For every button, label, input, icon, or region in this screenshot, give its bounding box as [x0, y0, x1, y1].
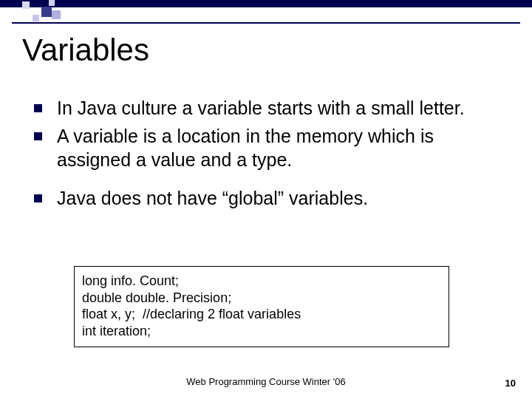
code-line: float x, y; //declaring 2 float variable… [82, 306, 441, 323]
square-bullet-icon [34, 132, 42, 140]
code-line: double double. Precision; [82, 290, 441, 307]
corner-decoration [12, 0, 86, 25]
code-line: long info. Count; [82, 273, 441, 290]
code-example-box: long info. Count; double double. Precisi… [74, 266, 449, 347]
square-bullet-icon [34, 104, 42, 112]
deco-square [41, 7, 52, 17]
bullet-text: In Java culture a variable starts with a… [57, 96, 507, 120]
bullet-list: In Java culture a variable starts with a… [34, 96, 507, 214]
deco-square [22, 1, 30, 9]
list-item: A variable is a location in the memory w… [34, 124, 507, 171]
list-item: Java does not have “global” variables. [34, 186, 507, 210]
deco-square [52, 10, 61, 19]
bullet-text: Java does not have “global” variables. [57, 186, 507, 210]
deco-square [33, 15, 39, 21]
slide-title: Variables [22, 33, 149, 68]
horizontal-rule [12, 22, 520, 24]
page-number: 10 [505, 378, 516, 389]
footer-text: Web Programming Course Winter '06 [0, 376, 532, 387]
square-bullet-icon [34, 194, 42, 202]
deco-square [49, 0, 55, 6]
list-item: In Java culture a variable starts with a… [34, 96, 507, 120]
bullet-text: A variable is a location in the memory w… [57, 124, 507, 171]
code-line: int iteration; [82, 323, 441, 340]
